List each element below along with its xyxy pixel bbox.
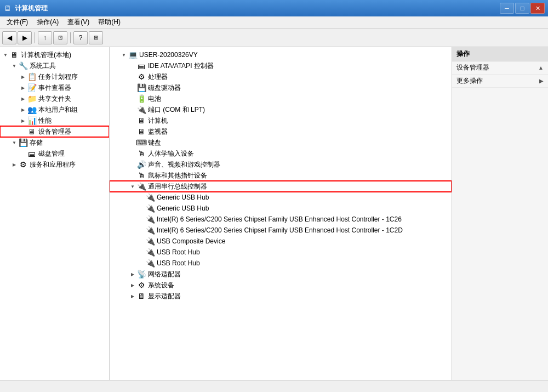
device-intel-usb-1c26[interactable]: 🔌 Intel(R) 6 Series/C200 Series Chipset … [110, 214, 452, 225]
tree-item-perf[interactable]: ▶ 📊 性能 [0, 115, 109, 126]
icon-localusers: 👥 [27, 105, 36, 114]
label-ide: IDE ATA/ATAPI 控制器 [148, 61, 214, 71]
toolbar-extra[interactable]: ⊞ [89, 31, 103, 44]
menu-help[interactable]: 帮助(H) [94, 16, 125, 28]
tree-item-share[interactable]: ▶ 📁 共享文件夹 [0, 93, 109, 104]
icon-services: ⚙ [19, 160, 27, 169]
label-mouse: 鼠标和其他指针设备 [148, 171, 207, 180]
device-monitor[interactable]: 🖥 监视器 [110, 126, 452, 137]
icon-display: 🖥 [137, 292, 146, 300]
toolbar-help[interactable]: ? [73, 31, 88, 44]
device-root[interactable]: ▼ 💻 USER-20200326VY [110, 49, 452, 60]
arrow-sysdev: ▶ [129, 282, 136, 288]
arrow-devroot: ▼ [121, 52, 127, 58]
label-storage: 存储 [30, 138, 43, 147]
right-panel-header: 操作 [452, 47, 548, 61]
tree-item-task[interactable]: ▶ 📋 任务计划程序 [0, 71, 109, 82]
label-intel-usb-1c26: Intel(R) 6 Series/C200 Series Chipset Fa… [157, 215, 402, 223]
tree-item-disk[interactable]: 🖴 磁盘管理 [0, 148, 109, 159]
icon-perf: 📊 [27, 116, 36, 125]
close-button[interactable]: ✕ [530, 3, 545, 14]
maximize-button[interactable]: □ [515, 3, 529, 14]
left-panel: ▼ 🖥 计算机管理(本地) ▼ 🔧 系统工具 ▶ 📋 任务计划程序 ▶ 📝 事件… [0, 47, 110, 380]
icon-intel-usb-1c2d: 🔌 [146, 226, 155, 235]
device-usb-hub1[interactable]: 🔌 Generic USB Hub [110, 192, 452, 203]
tree-item-localusers[interactable]: ▶ 👥 本地用户和组 [0, 104, 109, 115]
device-sysdev[interactable]: ▶ ⚙ 系统设备 [110, 280, 452, 291]
right-panel-more-actions[interactable]: 更多操作 ▶ [452, 75, 548, 88]
device-display[interactable]: ▶ 🖥 显示适配器 [110, 291, 452, 302]
toolbar: ◀ ▶ ↑ ⊡ ? ⊞ [0, 29, 548, 47]
icon-battery: 🔋 [137, 94, 146, 103]
icon-disk: 🖴 [27, 149, 36, 158]
device-usb-composite[interactable]: 🔌 USB Composite Device [110, 236, 452, 247]
icon-monitor: 🖥 [137, 127, 146, 136]
label-usb: 通用串行总线控制器 [148, 182, 207, 191]
tree-item-storage[interactable]: ▼ 💾 存储 [0, 137, 109, 148]
arrow-root: ▼ [2, 52, 9, 58]
device-mouse[interactable]: 🖱 鼠标和其他指针设备 [110, 170, 452, 181]
device-usb-roothub1[interactable]: 🔌 USB Root Hub [110, 247, 452, 258]
tree-item-event[interactable]: ▶ 📝 事件查看器 [0, 82, 109, 93]
toolbar-back[interactable]: ◀ [2, 31, 16, 44]
tree-item-services[interactable]: ▶ ⚙ 服务和应用程序 [0, 159, 109, 170]
device-ide[interactable]: 🖴 IDE ATA/ATAPI 控制器 [110, 60, 452, 71]
icon-cpu: ⚙ [137, 72, 146, 81]
device-usb[interactable]: ▼ 🔌 通用串行总线控制器 [110, 181, 452, 192]
icon-keyboard: ⌨ [137, 138, 146, 147]
menu-file[interactable]: 文件(F) [2, 16, 32, 28]
label-battery: 电池 [148, 94, 161, 104]
icon-network: 📡 [137, 270, 146, 279]
label-disk: 磁盘管理 [38, 149, 65, 158]
label-event: 事件查看器 [38, 83, 71, 93]
label-systools: 系统工具 [30, 61, 56, 71]
toolbar-forward[interactable]: ▶ [18, 31, 32, 44]
device-ports[interactable]: 🔌 端口 (COM 和 LPT) [110, 104, 452, 115]
status-bar [0, 380, 548, 392]
device-intel-usb-1c2d[interactable]: 🔌 Intel(R) 6 Series/C200 Series Chipset … [110, 225, 452, 236]
app-icon: 🖥 [3, 4, 12, 13]
label-devroot: USER-20200326VY [139, 51, 198, 59]
tree-item-systools[interactable]: ▼ 🔧 系统工具 [0, 60, 109, 71]
icon-systools: 🔧 [19, 61, 27, 70]
arrow-usb: ▼ [129, 183, 136, 190]
icon-sysdev: ⚙ [137, 281, 146, 289]
label-intel-usb-1c2d: Intel(R) 6 Series/C200 Series Chipset Fa… [157, 226, 403, 234]
tree-item-root[interactable]: ▼ 🖥 计算机管理(本地) [0, 49, 109, 60]
menu-bar: 文件(F) 操作(A) 查看(V) 帮助(H) [0, 16, 548, 29]
label-cpu: 处理器 [148, 72, 168, 82]
minimize-button[interactable]: ─ [500, 3, 514, 14]
arrow-event: ▶ [20, 84, 26, 91]
main-area: ▼ 🖥 计算机管理(本地) ▼ 🔧 系统工具 ▶ 📋 任务计划程序 ▶ 📝 事件… [0, 47, 548, 380]
tree-item-device[interactable]: 🖥 设备管理器 [0, 126, 109, 137]
right-panel-device-manager[interactable]: 设备管理器 ▲ [452, 61, 548, 75]
device-computer[interactable]: 🖥 计算机 [110, 115, 452, 126]
device-diskdrive[interactable]: 💾 磁盘驱动器 [110, 82, 452, 93]
toolbar-up[interactable]: ↑ [38, 31, 52, 44]
toolbar-view[interactable]: ⊡ [53, 31, 67, 44]
device-battery[interactable]: 🔋 电池 [110, 93, 452, 104]
label-sound: 声音、视频和游戏控制器 [148, 160, 220, 169]
device-network[interactable]: ▶ 📡 网络适配器 [110, 269, 452, 280]
label-display: 显示适配器 [148, 292, 181, 301]
menu-view[interactable]: 查看(V) [63, 16, 94, 28]
menu-action[interactable]: 操作(A) [32, 16, 63, 28]
device-sound[interactable]: 🔊 声音、视频和游戏控制器 [110, 159, 452, 170]
label-share: 共享文件夹 [38, 94, 71, 104]
device-cpu[interactable]: ⚙ 处理器 [110, 71, 452, 82]
icon-device: 🖥 [27, 127, 36, 136]
icon-usb: 🔌 [137, 182, 146, 191]
device-usb-roothub2[interactable]: 🔌 USB Root Hub [110, 258, 452, 269]
device-usb-hub2[interactable]: 🔌 Generic USB Hub [110, 203, 452, 214]
icon-usb-hub2: 🔌 [146, 204, 155, 213]
device-keyboard[interactable]: ⌨ 键盘 [110, 137, 452, 148]
arrow-display: ▶ [129, 293, 136, 299]
label-usb-roothub1: USB Root Hub [157, 248, 200, 256]
device-hid[interactable]: 🖱 人体学输入设备 [110, 148, 452, 159]
label-computer: 计算机 [148, 116, 168, 126]
icon-ide: 🖴 [137, 61, 146, 70]
icon-intel-usb-1c26: 🔌 [146, 215, 155, 224]
icon-storage: 💾 [19, 138, 27, 147]
icon-sound: 🔊 [137, 160, 146, 169]
toolbar-separator-1 [35, 32, 35, 43]
